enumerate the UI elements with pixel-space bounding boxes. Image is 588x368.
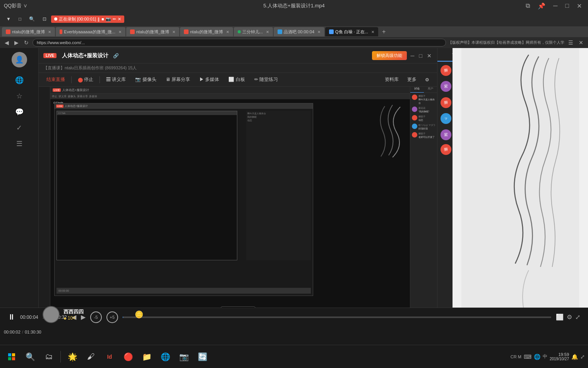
close-tab-3[interactable]: ✕ bbox=[172, 30, 175, 34]
nested-username-4: 哈うちは マダラ bbox=[418, 124, 435, 127]
minimize-live-btn[interactable]: ─ bbox=[410, 52, 415, 60]
back-btn[interactable]: ◀ bbox=[3, 39, 10, 46]
nested-tab-users: 用户 bbox=[424, 87, 437, 93]
close-button[interactable]: ✕ bbox=[574, 2, 584, 10]
window-controls: ⧉ 📌 ─ □ ✕ bbox=[523, 2, 584, 10]
end-live-btn[interactable]: 结束直播 bbox=[43, 75, 68, 84]
chat-avatar-3: 狮 bbox=[441, 97, 451, 108]
new-tab-btn[interactable]: + bbox=[379, 28, 389, 35]
browser-tab-6[interactable]: 品酒吧 00:00:04 ✕ bbox=[274, 27, 324, 36]
close-tab-7[interactable]: ✕ bbox=[371, 30, 374, 34]
taskbar-app-camera[interactable]: 📷 bbox=[175, 348, 192, 365]
taskbar-app-paint[interactable]: 🖌 bbox=[82, 348, 99, 365]
pip-button[interactable]: ⧉ bbox=[523, 2, 532, 10]
maximize-button[interactable]: □ bbox=[563, 2, 571, 10]
tab-label-1: ntalu的微博_微博 bbox=[12, 29, 45, 35]
close-live-btn[interactable]: ✕ bbox=[426, 52, 432, 60]
app-name[interactable]: QQ影音 ∨ bbox=[4, 2, 27, 9]
pin-button[interactable]: 📌 bbox=[535, 2, 548, 10]
unlock-btn[interactable]: 解锁高级功能 bbox=[372, 51, 407, 60]
resource-btn[interactable]: 资料库 bbox=[382, 75, 402, 84]
pause-play-btn[interactable]: ⏸ bbox=[8, 313, 15, 322]
favicon-5 bbox=[238, 30, 241, 33]
sys-tray-notif[interactable]: 🔔 bbox=[571, 354, 578, 360]
browser-settings-btn[interactable]: ☰ bbox=[567, 39, 575, 46]
nested-chat-row-2: 紫花花 "我的胸呢" bbox=[412, 107, 435, 113]
media-btn[interactable]: ▶ 多媒体 bbox=[196, 75, 222, 84]
toolbar-crop-btn[interactable]: ⊡ bbox=[39, 15, 50, 23]
taskbar-app-star[interactable]: 🌟 bbox=[64, 348, 81, 365]
minimize-button[interactable]: ─ bbox=[551, 2, 560, 10]
caption-btn[interactable]: ⬜ bbox=[556, 313, 564, 321]
start-btn[interactable] bbox=[3, 348, 20, 365]
settings-icon[interactable]: ⚙ bbox=[422, 75, 432, 84]
taskbar-app-browser[interactable]: 🌐 bbox=[157, 348, 174, 365]
forward-btn[interactable]: ▶ bbox=[13, 39, 20, 46]
sidebar-icon-globe[interactable]: 🌐 bbox=[12, 73, 26, 87]
close-toolbar-btn[interactable]: ✕ bbox=[118, 17, 121, 22]
rec-dot bbox=[54, 17, 57, 21]
more-btn[interactable]: 更多 bbox=[404, 75, 420, 84]
window-title: 5.人体动态+服装设计1.mp4 bbox=[263, 2, 325, 9]
browser-tab-3[interactable]: ntalu的微博_微博 ✕ bbox=[126, 27, 179, 36]
close-tab-1[interactable]: ✕ bbox=[48, 30, 51, 34]
close-tab-2[interactable]: ✕ bbox=[118, 30, 122, 34]
tab-label-3: ntalu的微博_微博 bbox=[136, 29, 169, 35]
settings-btn-player[interactable]: ⚙ bbox=[567, 313, 572, 321]
draw-btn[interactable]: ✏ bbox=[113, 17, 116, 22]
nested-live-badge: LIVE bbox=[53, 88, 61, 92]
screenshot-btn[interactable]: 📷 bbox=[106, 17, 111, 22]
browser-tab-1[interactable]: ntalu的微博_微博 ✕ bbox=[2, 27, 55, 36]
close-tab-6[interactable]: ✕ bbox=[317, 30, 321, 34]
task-view-btn[interactable]: 🗂 bbox=[40, 348, 57, 365]
fullscreen-btn[interactable]: ⤢ bbox=[575, 313, 580, 321]
taskbar-app-folder[interactable]: 📁 bbox=[138, 348, 155, 365]
taskbar-app-indesign[interactable]: Id bbox=[101, 348, 118, 365]
stop-btn[interactable]: ⬤ 停止 bbox=[75, 75, 96, 84]
live-subtitle: 【直播课】ntalu日系插画创作班 (86993264) 15人 bbox=[43, 65, 137, 71]
tab-label-5: 三分钟儿... bbox=[242, 29, 263, 35]
search-taskbar-btn[interactable]: 🔍 bbox=[22, 348, 39, 365]
taskbar: 🔍 🗂 🌟 🖌 Id 🔴 📁 🌐 📷 🔄 CR M ⌨ 🌐 中 19:59 20… bbox=[0, 345, 588, 368]
stop-rec-btn[interactable]: ■ bbox=[101, 17, 104, 21]
sys-tray-kbd[interactable]: ⌨ bbox=[524, 354, 531, 360]
sys-tray-expand[interactable]: ⤢ bbox=[580, 354, 585, 360]
sidebar-icon-chat[interactable]: 💬 bbox=[12, 105, 26, 119]
nested-chat-row-4: 哈うちは マダラ 好湿好湿 bbox=[412, 124, 435, 131]
nested-curves-svg bbox=[377, 103, 408, 161]
toolbar-square-btn[interactable]: □ bbox=[15, 15, 24, 23]
taskbar-app-red[interactable]: 🔴 bbox=[120, 348, 137, 365]
quiz-btn[interactable]: ✏ 随堂练习 bbox=[251, 75, 281, 84]
live-header-right: 解锁高级功能 ─ □ ✕ bbox=[372, 51, 432, 60]
browser-tab-7[interactable]: Q鱼 白噪 · 正在... ✕ bbox=[325, 27, 378, 36]
whiteboard-btn[interactable]: ⬜ 白板 bbox=[225, 75, 248, 84]
refresh-btn[interactable]: ↻ bbox=[22, 39, 30, 46]
toolbar-arrow-btn[interactable]: ▼ bbox=[3, 15, 14, 23]
video-progress-bar[interactable] bbox=[123, 316, 551, 318]
user-avatar[interactable]: 👤 bbox=[12, 52, 27, 67]
live-link-icon[interactable]: 🔗 bbox=[113, 53, 119, 58]
camera-btn[interactable]: 📷 摄像头 bbox=[132, 75, 159, 84]
browser-tab-5[interactable]: 三分钟儿... ✕ bbox=[234, 27, 273, 36]
gold-coin-icon[interactable]: 🪙 bbox=[135, 310, 143, 319]
nested-main: LIVE 人体动态+服装设计 停止 讲义库 摄像头 屏幕分享 多媒体 bbox=[50, 87, 410, 326]
screen-share-btn[interactable]: 🖥 屏幕分享 bbox=[163, 75, 193, 84]
toolbar-search-btn[interactable]: 🔍 bbox=[26, 15, 38, 23]
close-tab-4[interactable]: ✕ bbox=[226, 30, 229, 34]
browser-tab-2[interactable]: Everblyaaaaaa的微博_微... ✕ bbox=[56, 27, 125, 36]
taskbar-app-sync[interactable]: 🔄 bbox=[194, 348, 211, 365]
close-browser-btn[interactable]: ✕ bbox=[577, 39, 585, 46]
restore-live-btn[interactable]: □ bbox=[418, 52, 423, 60]
nested-right-panel: 讨论 用户 狮鬃子 啊今天是人物东台 bbox=[410, 87, 437, 326]
sidebar-icon-check[interactable]: ✓ bbox=[12, 121, 26, 135]
sys-tray-ime[interactable]: 中 bbox=[543, 353, 547, 360]
address-input[interactable] bbox=[33, 39, 446, 46]
left-sidebar: 👤 🌐 ☆ 💬 ✓ ☰ bbox=[0, 48, 39, 326]
browser-tab-4[interactable]: ntalu的微博_微博 ✕ bbox=[180, 27, 233, 36]
sidebar-icon-list[interactable]: ☰ bbox=[12, 137, 26, 151]
sidebar-icon-star[interactable]: ☆ bbox=[12, 89, 26, 103]
close-tab-5[interactable]: ✕ bbox=[266, 30, 269, 34]
handout-btn[interactable]: ☰ 讲义库 bbox=[103, 75, 129, 84]
sys-tray-net[interactable]: 🌐 bbox=[534, 354, 540, 360]
pause-rec-btn[interactable]: ‖ bbox=[98, 17, 100, 22]
